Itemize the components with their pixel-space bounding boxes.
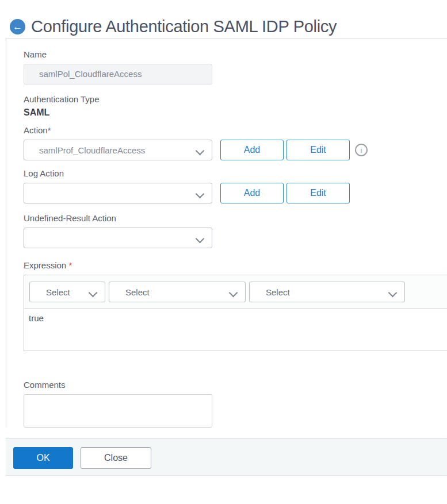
log-action-label: Log Action <box>24 168 447 178</box>
expression-label: Expression * <box>24 260 447 270</box>
back-button[interactable]: ← <box>10 19 25 34</box>
chevron-down-icon <box>230 288 237 295</box>
expression-editor: Select Select Select true <box>24 275 447 351</box>
name-field: samlPol_CloudflareAccess <box>24 64 212 84</box>
page-title: Configure Authentication SAML IDP Policy <box>31 17 337 36</box>
expression-select-1-value: Select <box>46 287 70 297</box>
ok-button[interactable]: OK <box>13 447 73 469</box>
auth-type-label: Authentication Type <box>24 94 447 104</box>
chevron-down-icon <box>197 234 204 241</box>
undefined-result-action-label: Undefined-Result Action <box>24 213 447 223</box>
form-panel: Name samlPol_CloudflareAccess Authentica… <box>6 38 447 428</box>
log-action-add-button[interactable]: Add <box>220 183 284 203</box>
expression-text-input[interactable]: true <box>24 309 447 351</box>
action-edit-button[interactable]: Edit <box>286 140 350 160</box>
chevron-down-icon <box>389 288 396 295</box>
form-footer: OK Close <box>6 438 447 476</box>
required-asterisk: * <box>68 260 72 270</box>
chevron-down-icon <box>197 147 204 153</box>
comments-input[interactable] <box>24 394 212 428</box>
arrow-left-icon: ← <box>13 22 22 32</box>
expression-select-3[interactable]: Select <box>249 282 405 302</box>
info-icon[interactable]: i <box>355 144 368 156</box>
undefined-result-action-select[interactable] <box>24 228 212 248</box>
action-select-value: samlProf_CloudflareAccess <box>39 145 145 155</box>
log-action-edit-button[interactable]: Edit <box>286 183 350 203</box>
page-header: ← Configure Authentication SAML IDP Poli… <box>0 0 447 38</box>
expression-select-2-value: Select <box>125 287 150 297</box>
log-action-select[interactable] <box>24 183 212 203</box>
expression-select-2[interactable]: Select <box>109 282 246 302</box>
action-add-button[interactable]: Add <box>220 140 284 160</box>
name-label: Name <box>24 49 447 59</box>
configure-saml-idp-policy-page: ← Configure Authentication SAML IDP Poli… <box>0 0 447 504</box>
action-select[interactable]: samlProf_CloudflareAccess <box>24 140 212 160</box>
expression-label-text: Expression <box>24 260 66 270</box>
auth-type-value: SAML <box>24 107 447 118</box>
expression-select-1[interactable]: Select <box>29 282 105 302</box>
chevron-down-icon <box>197 190 204 197</box>
action-row: samlProf_CloudflareAccess Add Edit i <box>24 140 447 160</box>
expression-select-3-value: Select <box>266 287 290 297</box>
expression-toolbar: Select Select Select <box>24 275 447 309</box>
comments-label: Comments <box>24 380 447 390</box>
action-label: Action* <box>24 125 447 135</box>
log-action-row: Add Edit <box>24 183 447 203</box>
close-button[interactable]: Close <box>81 447 151 469</box>
chevron-down-icon <box>90 288 97 295</box>
